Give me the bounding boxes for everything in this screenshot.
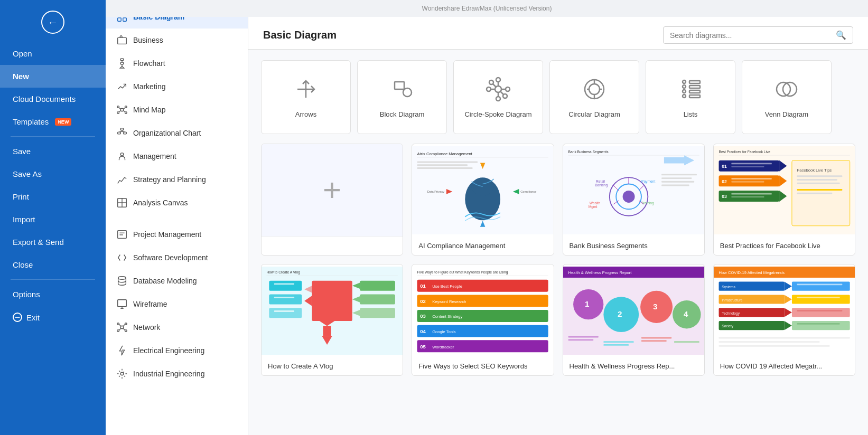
svg-text:05: 05: [421, 344, 426, 349]
cat-marketing[interactable]: Marketing: [106, 75, 248, 98]
nav-print[interactable]: Print: [0, 185, 106, 208]
nav-import[interactable]: Import: [0, 208, 106, 231]
nav-templates[interactable]: Templates NEW: [0, 110, 106, 133]
svg-rect-5: [120, 59, 124, 61]
nav-options[interactable]: Options: [0, 283, 106, 306]
cat-strategy[interactable]: Strategy and Planning: [106, 168, 248, 191]
venn-label: Venn Diagram: [765, 110, 808, 118]
nav-exit[interactable]: − Exit: [0, 306, 106, 329]
nav-new[interactable]: New: [0, 65, 106, 88]
svg-point-50: [403, 88, 412, 97]
nav-save[interactable]: Save: [0, 140, 106, 163]
cat-electrical[interactable]: Electrical Engineering: [106, 339, 248, 362]
nav-close[interactable]: Close: [0, 253, 106, 276]
plus-icon: +: [323, 174, 341, 206]
template-covid[interactable]: How COVID-19 Affected Megatrends Systems…: [713, 264, 855, 376]
svg-rect-157: [323, 326, 331, 336]
svg-point-13: [117, 112, 119, 114]
svg-text:Content Strategy: Content Strategy: [432, 314, 462, 319]
svg-text:03: 03: [722, 194, 727, 199]
search-icon[interactable]: 🔍: [836, 30, 846, 40]
circlespoke-label: Circle-Spoke Diagram: [464, 110, 531, 118]
cat-project[interactable]: Project Management: [106, 223, 248, 246]
nav-saveas[interactable]: Save As: [0, 163, 106, 185]
template-new-doc[interactable]: +: [261, 144, 403, 256]
facebook-live-thumb: Best Practices for Facebook Live 01 02: [714, 144, 855, 237]
back-button[interactable]: ←: [41, 11, 64, 34]
svg-rect-144: [269, 281, 302, 291]
covid-thumb: How COVID-19 Affected Megatrends Systems…: [714, 264, 855, 357]
icon-card-arrows[interactable]: Arrows: [261, 60, 351, 134]
ai-compliance-thumb: Atrix Compliance Management: [412, 144, 553, 237]
svg-point-38: [117, 323, 119, 325]
svg-rect-4: [118, 37, 127, 44]
svg-text:Systems: Systems: [722, 285, 735, 289]
svg-rect-49: [395, 82, 404, 89]
svg-rect-139: [797, 189, 842, 191]
cat-management[interactable]: Management: [106, 145, 248, 168]
icon-card-lists[interactable]: Lists: [646, 60, 735, 134]
svg-point-12: [125, 106, 127, 108]
cat-orgchart[interactable]: Organizational Chart: [106, 121, 248, 145]
ai-compliance-title: AI Compliance Management: [412, 237, 553, 255]
cat-software[interactable]: Software Development: [106, 246, 248, 269]
circlespoke-icon: [486, 77, 511, 105]
svg-text:Atrix Compliance Management: Atrix Compliance Management: [417, 152, 473, 156]
cat-wireframe[interactable]: Wireframe: [106, 292, 248, 316]
svg-rect-127: [731, 181, 764, 183]
template-vlog[interactable]: How to Create A Vlog: [261, 264, 403, 376]
svg-rect-212: [792, 308, 850, 317]
svg-point-77: [683, 94, 686, 98]
cat-network[interactable]: Network: [106, 316, 248, 339]
nav-open[interactable]: Open: [0, 42, 106, 65]
icon-card-venn[interactable]: Venn Diagram: [742, 60, 832, 134]
svg-rect-72: [689, 90, 700, 93]
cat-analysis[interactable]: Analysis Canvas: [106, 191, 248, 214]
template-health[interactable]: Health & Wellness Progress Report 1 2 3 …: [563, 264, 705, 376]
cat-business[interactable]: Business: [106, 29, 248, 52]
svg-rect-138: [797, 183, 839, 184]
svg-point-39: [125, 323, 127, 325]
svg-rect-140: [797, 193, 832, 194]
template-ai-compliance[interactable]: Atrix Compliance Management: [412, 144, 554, 256]
svg-line-18: [124, 111, 125, 112]
svg-rect-126: [731, 178, 771, 179]
icon-card-circular[interactable]: Circular Diagram: [549, 60, 639, 134]
template-facebook-live[interactable]: Best Practices for Facebook Live 01 02: [713, 144, 855, 256]
svg-point-53: [496, 97, 500, 101]
svg-rect-20: [118, 132, 121, 134]
svg-point-100: [622, 191, 634, 203]
svg-rect-196: [641, 340, 666, 342]
svg-point-57: [503, 94, 507, 98]
svg-text:Compliance: Compliance: [520, 190, 536, 193]
cat-industrial[interactable]: Industrial Engineering: [106, 362, 248, 385]
svg-rect-131: [731, 193, 771, 195]
icon-card-block[interactable]: Block Diagram: [357, 60, 447, 134]
svg-point-10: [120, 108, 124, 111]
search-input[interactable]: [670, 31, 836, 40]
block-label: Block Diagram: [380, 110, 425, 118]
svg-rect-112: [661, 174, 697, 175]
svg-point-41: [125, 330, 127, 332]
template-bank-business[interactable]: Bank Business Segments Retail Banking Pa…: [563, 144, 705, 256]
svg-text:Use Best People: Use Best People: [432, 284, 462, 289]
arrows-label: Arrows: [295, 110, 316, 118]
svg-rect-121: [731, 163, 771, 164]
svg-text:Payment: Payment: [641, 179, 655, 184]
cat-database[interactable]: Database Modeling: [106, 269, 248, 292]
svg-text:Best Practices for Facebook Li: Best Practices for Facebook Live: [718, 150, 770, 154]
svg-rect-159: [274, 283, 294, 285]
template-seo[interactable]: Five Ways to Figure out What Keywords Pe…: [412, 264, 554, 376]
svg-rect-114: [661, 181, 694, 183]
svg-rect-145: [269, 294, 302, 304]
nav-cloud[interactable]: Cloud Documents: [0, 88, 106, 110]
cat-flowchart[interactable]: Flowchart: [106, 52, 248, 75]
svg-point-46: [120, 372, 124, 375]
icon-card-circlespoke[interactable]: Circle-Spoke Diagram: [453, 60, 543, 134]
svg-text:Society: Society: [722, 324, 734, 328]
cat-mindmap[interactable]: Mind Map: [106, 98, 248, 121]
svg-line-43: [123, 325, 125, 327]
svg-text:Health & Wellness Progress Rep: Health & Wellness Progress Report: [568, 270, 632, 275]
nav-export[interactable]: Export & Send: [0, 231, 106, 253]
svg-rect-70: [689, 81, 700, 83]
